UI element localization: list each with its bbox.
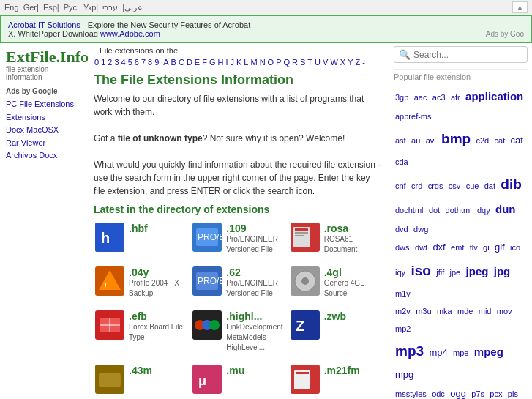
- ad-brand-link[interactable]: Acrobat IT Solutions: [8, 20, 80, 29]
- tag-mpg[interactable]: mpg: [395, 369, 413, 380]
- tag-dat[interactable]: dat: [484, 182, 495, 190]
- tag-ac3[interactable]: ac3: [432, 93, 446, 102]
- tag-c2d[interactable]: c2d: [476, 136, 489, 145]
- tag-m3u[interactable]: m3u: [416, 307, 431, 316]
- tag-jpg[interactable]: jpg: [494, 265, 511, 277]
- tag-dochtml[interactable]: dochtml: [395, 206, 424, 215]
- tag-jpe[interactable]: jpe: [450, 268, 461, 277]
- tag-dqy[interactable]: dqy: [477, 206, 490, 215]
- nav-letter-s[interactable]: S: [300, 58, 305, 67]
- nav-letter-d[interactable]: D: [187, 58, 192, 67]
- sidebar-link-archivos-docx[interactable]: Archivos Docx: [6, 149, 82, 163]
- nav-letter-j[interactable]: J: [231, 58, 235, 67]
- nav-letter-k[interactable]: K: [236, 58, 241, 67]
- tag-jfif[interactable]: jfif: [436, 268, 444, 277]
- tag-mpeg[interactable]: mpeg: [474, 346, 503, 358]
- tag-mid[interactable]: mid: [479, 307, 492, 316]
- lang-ukr[interactable]: Укр|: [83, 3, 98, 12]
- nav-letter-n[interactable]: N: [260, 58, 266, 67]
- ext-item-43m[interactable]: .43m: [94, 362, 188, 397]
- tag-mpe[interactable]: mpe: [453, 348, 468, 357]
- tag-mp4[interactable]: mp4: [429, 347, 447, 358]
- lang-rus[interactable]: Рус|: [64, 3, 79, 12]
- tag-m1v[interactable]: m1v: [395, 289, 411, 298]
- tag-pls[interactable]: pls: [508, 389, 518, 398]
- nav-letter-t[interactable]: T: [307, 58, 312, 67]
- nav-num-5[interactable]: 5: [128, 58, 132, 67]
- sidebar-link-rar-viewer[interactable]: Rar Viewer: [6, 137, 82, 150]
- tag-application[interactable]: application: [465, 90, 523, 102]
- tag-gif[interactable]: gif: [495, 242, 505, 253]
- nav-letter-i[interactable]: I: [225, 58, 228, 67]
- nav-num-6[interactable]: 6: [135, 58, 139, 67]
- nav-num-1[interactable]: 1: [101, 58, 105, 67]
- tag-mp2[interactable]: mp2: [395, 324, 411, 333]
- tag-ogg[interactable]: ogg: [450, 388, 466, 399]
- lang-eng[interactable]: Eng: [4, 3, 19, 12]
- ext-item-109[interactable]: PRO/E .109 Pro/ENGINEERVersioned File: [191, 220, 285, 258]
- nav-letter-y[interactable]: Y: [348, 58, 353, 67]
- ad-url-link[interactable]: www.Adobe.com: [100, 29, 160, 38]
- tag-avi[interactable]: avi: [426, 136, 436, 145]
- lang-ger[interactable]: Ger|: [23, 3, 39, 12]
- nav-letter-a[interactable]: A: [163, 58, 168, 67]
- tag-iqy[interactable]: iqy: [395, 268, 405, 277]
- tag-dot[interactable]: dot: [429, 206, 440, 215]
- nav-letter-h[interactable]: H: [217, 58, 223, 67]
- ext-item-zwb[interactable]: Z .zwb: [289, 307, 383, 356]
- lang-hebrew[interactable]: עברי: [102, 3, 118, 12]
- tag-dun[interactable]: dun: [495, 203, 516, 215]
- tag-crd[interactable]: crd: [411, 182, 422, 190]
- tag-asf[interactable]: asf: [395, 136, 406, 145]
- ext-item-highl[interactable]: .highl... LinkDevelopmentMetaModelsHighL…: [191, 307, 285, 356]
- tag-odc[interactable]: odc: [432, 389, 445, 398]
- tag-bmp[interactable]: bmp: [441, 131, 471, 146]
- nav-letter-m[interactable]: M: [250, 58, 257, 67]
- tag-dothtml[interactable]: dothtml: [446, 206, 472, 215]
- tag-dxf[interactable]: dxf: [432, 242, 445, 253]
- tag-mka[interactable]: mka: [437, 307, 452, 316]
- ext-item-62[interactable]: PRO/E .62 Pro/ENGINEERVersioned File: [191, 264, 285, 302]
- search-input[interactable]: [413, 50, 516, 60]
- ext-item-efb[interactable]: .efb Forex Board FileType: [94, 307, 188, 356]
- tag-ico[interactable]: ico: [510, 243, 520, 252]
- lang-esp[interactable]: Esp|: [43, 3, 59, 12]
- nav-letter-p[interactable]: P: [276, 58, 281, 67]
- tag-crds[interactable]: crds: [428, 182, 443, 190]
- tag-dvd[interactable]: dvd: [395, 225, 408, 234]
- nav-num-7[interactable]: 7: [141, 58, 146, 67]
- tag-cda[interactable]: cda: [395, 157, 408, 166]
- nav-letter-g[interactable]: G: [209, 58, 216, 67]
- tag-au[interactable]: au: [411, 136, 420, 145]
- sidebar-link-docx-macosx[interactable]: Docx MacOSX: [6, 124, 82, 137]
- tag-appref-ms[interactable]: appref-ms: [395, 112, 432, 121]
- tag-msstyles[interactable]: msstyles: [395, 389, 427, 398]
- ext-item-hbf[interactable]: h .hbf: [94, 220, 188, 258]
- sidebar-link-pc-file-extensions[interactable]: PC File Extensions: [6, 98, 82, 111]
- nav-dash[interactable]: -: [362, 58, 365, 67]
- tag-cnf[interactable]: cnf: [395, 182, 406, 190]
- nav-letter-w[interactable]: W: [330, 58, 337, 67]
- tag-aac[interactable]: aac: [414, 93, 427, 102]
- tag-emf[interactable]: emf: [451, 243, 464, 252]
- tag-m2v[interactable]: m2v: [395, 307, 411, 316]
- tag-gi[interactable]: gi: [483, 243, 490, 252]
- ext-item-4gl[interactable]: .4gl Genero 4GLSource: [289, 264, 383, 302]
- sidebar-link-extensions[interactable]: Extensions: [6, 111, 82, 124]
- tag-afr[interactable]: afr: [451, 93, 460, 102]
- nav-letter-e[interactable]: E: [195, 58, 200, 67]
- tag-jpeg[interactable]: jpeg: [466, 265, 489, 277]
- tag-p7s[interactable]: p7s: [471, 389, 484, 398]
- tag-dib[interactable]: dib: [501, 176, 522, 192]
- nav-letter-u[interactable]: U: [315, 58, 321, 67]
- nav-letter-v[interactable]: V: [323, 58, 328, 67]
- tag-cue[interactable]: cue: [466, 182, 479, 190]
- tag-cat-sm[interactable]: cat: [495, 136, 506, 145]
- nav-letter-c[interactable]: C: [179, 58, 184, 67]
- nav-num-0[interactable]: 0: [94, 58, 99, 67]
- tag-mde[interactable]: mde: [457, 307, 473, 316]
- tag-dwt[interactable]: dwt: [415, 243, 427, 252]
- tag-cat-md[interactable]: cat: [511, 135, 523, 146]
- nav-letter-r[interactable]: R: [292, 58, 298, 67]
- nav-letter-l[interactable]: L: [244, 58, 248, 67]
